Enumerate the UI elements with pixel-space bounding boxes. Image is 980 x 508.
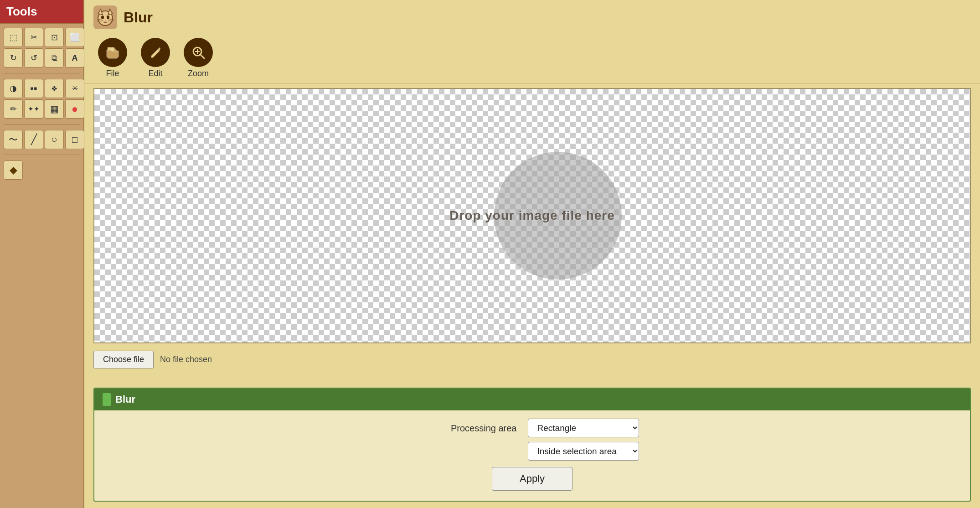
zoom-icon xyxy=(184,38,213,67)
processing-area-selects: Rectangle Ellipse Lasso Inside selection… xyxy=(528,419,639,461)
canvas-area: Drop your image file here Choose file No… xyxy=(84,83,980,388)
marquee-tool[interactable]: ⬚ xyxy=(4,28,23,47)
zoom-toolbar-item[interactable]: Zoom xyxy=(184,38,213,78)
pencil-tool[interactable]: ✏ xyxy=(4,99,23,119)
file-label: File xyxy=(106,69,119,78)
tool-grid-row3: ◑ ▪▪ ❖ ✳ ✏ ✦✦ ▦ ● xyxy=(0,75,83,122)
blur-panel: Blur Processing area Rectangle Ellipse L… xyxy=(93,388,971,502)
checkerboard-tool[interactable]: ▦ xyxy=(45,99,64,119)
rectangle-select[interactable]: Rectangle Ellipse Lasso xyxy=(528,419,639,437)
apply-row: Apply xyxy=(492,461,573,494)
processing-area-row: Processing area Rectangle Ellipse Lasso … xyxy=(108,419,956,461)
drop-text: Drop your image file here xyxy=(449,208,615,223)
main-content: Blur File xyxy=(84,0,980,508)
edit-icon xyxy=(141,38,170,67)
divider-2 xyxy=(4,124,80,124)
smudge-tool[interactable]: ✦✦ xyxy=(24,99,43,119)
tool-grid-row1: ⬚ ✂ ⊡ ⬜ ↻ ↺ ⧉ A xyxy=(0,24,83,71)
copy-layer-tool[interactable]: ⧉ xyxy=(45,48,64,67)
file-icon xyxy=(98,38,127,67)
svg-line-15 xyxy=(201,55,204,58)
file-toolbar-item[interactable]: File xyxy=(98,38,127,78)
rotate-tool[interactable]: ↻ xyxy=(4,48,23,67)
selection-area-select[interactable]: Inside selection area Outside selection … xyxy=(528,442,639,461)
zoom-label: Zoom xyxy=(188,69,209,78)
edit-toolbar-item[interactable]: Edit xyxy=(141,38,170,78)
rect-tool[interactable]: □ xyxy=(65,130,84,149)
app-logo xyxy=(93,5,117,29)
image-canvas[interactable]: Drop your image file here xyxy=(93,88,971,343)
blur-panel-title: Blur xyxy=(115,394,135,405)
tool-grid-row6: ◆ xyxy=(0,157,83,183)
no-file-label: No file chosen xyxy=(160,355,212,364)
line-tool[interactable]: ╱ xyxy=(24,130,43,149)
app-title: Blur xyxy=(124,9,153,26)
text-tool[interactable]: A xyxy=(65,48,84,67)
file-input-row: Choose file No file chosen xyxy=(93,348,971,370)
toolbar: File Edit Zoom xyxy=(84,33,980,83)
fuzzy-select-tool[interactable]: ❖ xyxy=(45,79,64,98)
sidebar: Tools ⬚ ✂ ⊡ ⬜ ↻ ↺ ⧉ A ◑ ▪▪ ❖ ✳ ✏ ✦✦ ▦ ● … xyxy=(0,0,84,508)
red-dot-tool[interactable]: ● xyxy=(65,99,84,119)
fill-tool[interactable]: ◆ xyxy=(4,161,23,180)
divider-1 xyxy=(4,73,80,73)
choose-file-button[interactable]: Choose file xyxy=(93,351,154,368)
scissor-tool[interactable]: ✂ xyxy=(24,28,43,47)
edit-label: Edit xyxy=(148,69,162,78)
brightness-tool[interactable]: ✳ xyxy=(65,79,84,98)
header: Blur xyxy=(84,0,980,33)
processing-area-label: Processing area xyxy=(426,419,517,434)
blur-panel-header: Blur xyxy=(94,389,970,410)
tool-grid-row5: 〜 ╱ ○ □ xyxy=(0,126,83,153)
blur-panel-icon xyxy=(103,393,111,406)
layer-tool[interactable]: ▪▪ xyxy=(24,79,43,98)
transform-tool[interactable]: ⊡ xyxy=(45,28,64,47)
selection-tool[interactable]: ⬜ xyxy=(65,28,84,47)
svg-point-5 xyxy=(107,16,109,19)
sidebar-title: Tools xyxy=(0,0,83,24)
ellipse-tool[interactable]: ○ xyxy=(45,130,64,149)
blur-panel-body: Processing area Rectangle Ellipse Lasso … xyxy=(94,410,970,501)
curve-tool[interactable]: 〜 xyxy=(4,130,23,149)
black-white-tool[interactable]: ◑ xyxy=(4,79,23,98)
divider-3 xyxy=(4,155,80,155)
apply-button[interactable]: Apply xyxy=(492,467,573,491)
svg-point-4 xyxy=(101,16,104,19)
undo-tool[interactable]: ↺ xyxy=(24,48,43,67)
